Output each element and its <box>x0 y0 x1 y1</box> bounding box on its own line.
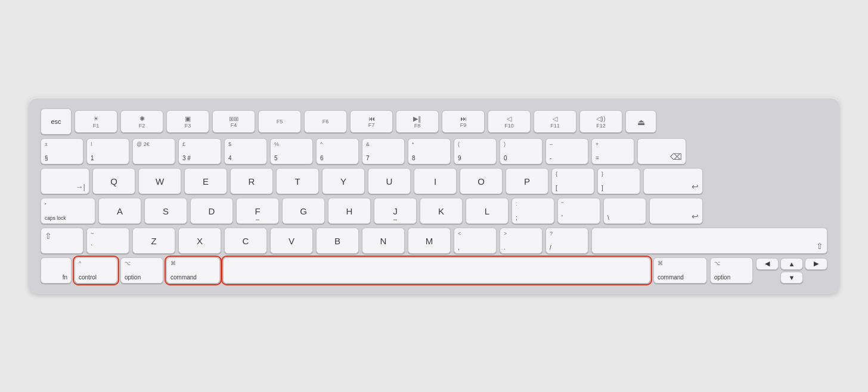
key-f9[interactable]: ⏭ F9 <box>442 110 485 133</box>
key-f6[interactable]: F6 <box>304 110 347 133</box>
key-y[interactable]: Y <box>322 168 365 194</box>
key-space[interactable] <box>223 257 650 284</box>
key-0[interactable]: ) 0 <box>500 138 542 164</box>
key3-bottom: 3 # <box>182 155 191 161</box>
key-option-left[interactable]: ⌥ option <box>120 257 163 284</box>
key-capslock[interactable]: • caps lock <box>41 198 95 224</box>
key-f8[interactable]: ▶‖ F8 <box>396 110 439 133</box>
key-return-wide[interactable]: ↩ <box>649 198 703 224</box>
key-c[interactable]: C <box>224 228 267 254</box>
key-o[interactable]: O <box>460 168 503 194</box>
key-shift-right[interactable]: ⇧ <box>591 228 827 254</box>
f8-label: F8 <box>414 123 421 129</box>
v-label: V <box>289 236 294 246</box>
key-shift-left[interactable]: ⇧ <box>41 228 83 254</box>
key-6[interactable]: ^ 6 <box>316 138 359 164</box>
key-f5[interactable]: F5 <box>258 110 301 133</box>
key-1[interactable]: ! 1 <box>86 138 129 164</box>
key-period[interactable]: > . <box>500 228 542 254</box>
key-tilde[interactable]: ~ ` <box>86 228 129 254</box>
key-q[interactable]: Q <box>92 168 135 194</box>
key-minus[interactable]: – - <box>545 138 588 164</box>
key-3[interactable]: £ 3 # <box>178 138 221 164</box>
key-h[interactable]: H <box>328 198 371 224</box>
key-j[interactable]: J ▬ <box>374 198 417 224</box>
key-esc[interactable]: esc <box>41 108 72 135</box>
key-arrow-up[interactable]: ▲ <box>780 258 803 270</box>
key-f2[interactable]: ✺ F2 <box>120 110 163 133</box>
key-k[interactable]: K <box>420 198 463 224</box>
key-n[interactable]: N <box>362 228 405 254</box>
d-label: D <box>209 206 215 216</box>
key-tab[interactable]: →| <box>41 168 89 194</box>
key-x[interactable]: X <box>178 228 221 254</box>
key-backslash[interactable]: \ <box>603 198 646 224</box>
key-arrow-right[interactable]: ▶ <box>805 258 827 270</box>
number-row: ± § ! 1 @ 2€ £ 3 # $ 4 % 5 ^ 6 & 7 <box>41 138 827 164</box>
key-b[interactable]: B <box>316 228 359 254</box>
key-command-left[interactable]: ⌘ command <box>166 257 220 284</box>
key-fn[interactable]: fn <box>41 257 72 284</box>
key-z[interactable]: Z <box>132 228 175 254</box>
slash-bottom: / <box>550 244 551 251</box>
key-9[interactable]: ( 9 <box>454 138 497 164</box>
f12-label: F12 <box>596 123 606 129</box>
key-control[interactable]: ^ control <box>75 257 117 284</box>
key-l[interactable]: L <box>466 198 509 224</box>
key-u[interactable]: U <box>368 168 411 194</box>
key-v[interactable]: V <box>270 228 313 254</box>
e-label: E <box>203 176 209 186</box>
shift-right-icon: ⇧ <box>816 241 823 251</box>
key-open-bracket[interactable]: { [ <box>551 168 594 194</box>
key-8[interactable]: * 8 <box>408 138 451 164</box>
key-d[interactable]: D <box>190 198 233 224</box>
h-label: H <box>346 206 353 216</box>
key6-top: ^ <box>320 142 323 148</box>
x-label: X <box>197 236 203 246</box>
key-arrow-left[interactable]: ◀ <box>756 258 779 270</box>
key-w[interactable]: W <box>138 168 181 194</box>
key-slash[interactable]: ? / <box>545 228 588 254</box>
key-f4[interactable]: ⊞⊞ F4 <box>212 110 255 133</box>
key-5[interactable]: % 5 <box>270 138 313 164</box>
key-command-right[interactable]: ⌘ command <box>653 257 707 284</box>
key-semicolon[interactable]: : ; <box>512 198 554 224</box>
key-p[interactable]: P <box>506 168 548 194</box>
f11-icon: ◁ <box>553 115 557 123</box>
key-r[interactable]: R <box>230 168 273 194</box>
key-t[interactable]: T <box>276 168 319 194</box>
key-g[interactable]: G <box>282 198 325 224</box>
key-f7[interactable]: ⏮ F7 <box>350 110 393 133</box>
g-label: G <box>300 206 307 216</box>
key-section[interactable]: ± § <box>41 138 83 164</box>
key-comma[interactable]: < , <box>454 228 497 254</box>
key-e[interactable]: E <box>184 168 227 194</box>
f6-label: F6 <box>323 119 329 125</box>
backspace-icon: ⌫ <box>670 152 682 161</box>
key-option-right[interactable]: ⌥ option <box>710 257 753 284</box>
key-eject[interactable]: ⏏ <box>625 110 656 133</box>
key-return[interactable]: ↩ <box>643 168 703 194</box>
key-s[interactable]: S <box>144 198 187 224</box>
key-backspace[interactable]: ⌫ <box>637 138 686 164</box>
key-7[interactable]: & 7 <box>362 138 405 164</box>
key-arrow-down[interactable]: ▼ <box>780 272 803 284</box>
key-quote[interactable]: " ' <box>557 198 600 224</box>
key-i[interactable]: I <box>414 168 457 194</box>
shift-left-icon: ⇧ <box>45 231 52 241</box>
key-4[interactable]: $ 4 <box>224 138 267 164</box>
cmd-left-sym: ⌘ <box>170 261 176 267</box>
key-a[interactable]: A <box>98 198 141 224</box>
key-2[interactable]: @ 2€ <box>132 138 175 164</box>
key-close-bracket[interactable]: } ] <box>597 168 640 194</box>
key-f1[interactable]: ☀ F1 <box>75 110 117 133</box>
f10-icon: ◁ <box>507 115 512 123</box>
key-f11[interactable]: ◁ F11 <box>534 110 576 133</box>
key-f[interactable]: F ▬ <box>236 198 279 224</box>
key-f10[interactable]: ◁ F10 <box>488 110 531 133</box>
key-f12[interactable]: ◁)) F12 <box>579 110 622 133</box>
key-f3[interactable]: ▣ F3 <box>166 110 209 133</box>
key-m[interactable]: M <box>408 228 451 254</box>
key-equals[interactable]: + = <box>591 138 634 164</box>
option-left-sym: ⌥ <box>125 261 131 267</box>
